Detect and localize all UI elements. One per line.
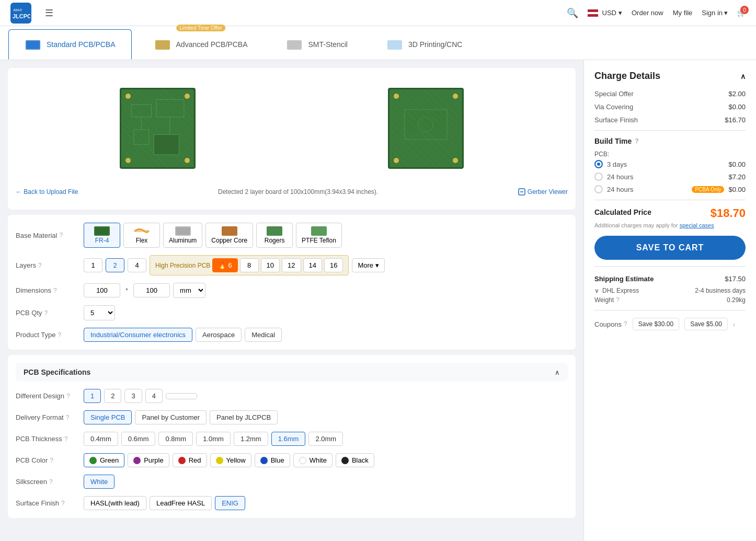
product-type-medical-btn[interactable]: Medical [245, 328, 282, 342]
surface-finish-help-icon[interactable]: ? [61, 500, 65, 507]
build-24h-radio[interactable] [594, 172, 603, 181]
layer-2-btn[interactable]: 2 [106, 258, 124, 272]
color-green-btn[interactable]: Green [84, 453, 124, 467]
weight-help-icon[interactable]: ? [616, 296, 620, 304]
special-offer-val: $2.00 [728, 90, 746, 98]
material-ptfe-btn[interactable]: PTFE Teflon [296, 223, 342, 248]
design-1-btn[interactable]: 1 [84, 389, 101, 403]
base-material-help-icon[interactable]: ? [59, 232, 63, 239]
layer-6-btn[interactable]: 🔥6 [212, 258, 237, 272]
pcb-color-help-icon[interactable]: ? [50, 457, 53, 464]
delivery-format-help-icon[interactable]: ? [66, 414, 70, 421]
build-24h-pcba-radio[interactable] [594, 185, 603, 193]
pcb-label: PCB: [594, 151, 746, 158]
design-4-btn[interactable]: 4 [145, 389, 163, 403]
color-yellow-btn[interactable]: Yellow [210, 453, 251, 467]
search-icon[interactable]: 🔍 [567, 7, 578, 19]
material-aluminum-btn[interactable]: Aluminum [163, 223, 202, 248]
dimension-height-input[interactable] [133, 283, 170, 297]
different-design-label: Different Design ? [16, 392, 84, 400]
coupons-label: Coupons ? [594, 320, 627, 328]
pcb-thickness-help-icon[interactable]: ? [64, 435, 68, 443]
cart-button[interactable]: 🛒 0 [737, 9, 746, 17]
layers-more-btn[interactable]: More ▾ [352, 258, 385, 272]
layer-16-btn[interactable]: 16 [324, 258, 343, 272]
layer-8-btn[interactable]: 8 [240, 258, 259, 272]
product-type-help-icon[interactable]: ? [58, 331, 61, 339]
layer-12-btn[interactable]: 12 [282, 258, 301, 272]
layer-10-btn[interactable]: 10 [261, 258, 280, 272]
order-now-link[interactable]: Order now [632, 9, 663, 17]
thickness-04-btn[interactable]: 0.4mm [84, 432, 118, 446]
surface-leadfree-btn[interactable]: LeadFree HASL [150, 496, 212, 510]
thickness-20-btn[interactable]: 2.0mm [308, 432, 343, 446]
sign-in-dropdown[interactable]: Sign in ▾ [702, 9, 728, 17]
thickness-06-btn[interactable]: 0.6mm [121, 432, 156, 446]
design-2-btn[interactable]: 2 [104, 389, 121, 403]
layer-4-btn[interactable]: 4 [128, 258, 146, 272]
dimensions-label: Dimensions ? [16, 286, 84, 294]
dimensions-help-icon[interactable]: ? [53, 287, 57, 294]
surface-hasl-btn[interactable]: HASL(with lead) [84, 496, 146, 510]
pcb-qty-select[interactable]: 5 10 15 20 25 30 50 100 [84, 305, 115, 320]
logo-icon: J@LC JLCPCB [10, 3, 31, 24]
tab-standard-pcb[interactable]: Standard PCB/PCBA [8, 29, 132, 60]
svg-rect-7 [387, 40, 402, 50]
back-to-upload-link[interactable]: ← Back to Upload File [16, 188, 78, 195]
layer-1-btn[interactable]: 1 [84, 258, 102, 272]
svg-rect-20 [134, 230, 150, 232]
material-copper-btn[interactable]: Copper Core [205, 223, 253, 248]
color-purple-btn[interactable]: Purple [128, 453, 169, 467]
material-rogers-btn[interactable]: Rogers [256, 223, 293, 248]
coupon1-btn[interactable]: Save $30.00 [633, 318, 679, 330]
currency-selector[interactable]: USD ▾ [588, 9, 622, 17]
gerber-viewer-link[interactable]: Gerber Viewer [518, 188, 568, 195]
color-white-btn[interactable]: White [293, 453, 333, 467]
different-design-help-icon[interactable]: ? [66, 393, 70, 400]
dimension-width-input[interactable] [84, 283, 120, 297]
coupons-help-icon[interactable]: ? [624, 320, 627, 328]
specs-header[interactable]: PCB Specifications ∧ [16, 363, 568, 382]
silkscreen-help-icon[interactable]: ? [49, 478, 53, 486]
tab-advanced-pcb[interactable]: Limited Time Offer Advanced PCB/PCBA [138, 29, 264, 60]
fr4-icon [94, 226, 110, 236]
calc-note-link[interactable]: special cases [680, 222, 714, 228]
build-3days-radio[interactable] [594, 160, 603, 168]
surface-enig-btn[interactable]: ENIG [215, 496, 245, 510]
thickness-16-btn[interactable]: 1.6mm [271, 432, 306, 446]
pcb-qty-help-icon[interactable]: ? [44, 309, 48, 317]
base-material-controls: FR-4 Flex Aluminum Copper Core [84, 223, 342, 248]
thickness-08-btn[interactable]: 0.8mm [158, 432, 193, 446]
product-type-text: Product Type [16, 331, 55, 339]
tab-3d-printing[interactable]: 3D Printing/CNC [370, 29, 478, 60]
material-fr4-btn[interactable]: FR-4 [84, 223, 120, 248]
color-black-btn[interactable]: Black [336, 453, 374, 467]
coupon2-btn[interactable]: Save $5.00 [684, 318, 728, 330]
layer-14-btn[interactable]: 14 [303, 258, 322, 272]
pcb-thickness-text: PCB Thickness [16, 435, 62, 443]
layers-help-icon[interactable]: ? [38, 262, 42, 269]
dhl-expand-icon[interactable]: ∨ [594, 287, 599, 294]
dimension-unit-select[interactable]: mm inch [173, 283, 205, 298]
hamburger-menu-icon[interactable]: ☰ [45, 7, 53, 19]
material-flex-btn[interactable]: Flex [123, 223, 160, 248]
tab-smt-stencil[interactable]: SMT-Stencil [270, 29, 363, 60]
product-type-industrial-btn[interactable]: Industrial/Consumer electronics [84, 328, 192, 342]
color-blue-btn[interactable]: Blue [255, 453, 290, 467]
design-3-btn[interactable]: 3 [124, 389, 142, 403]
design-custom-btn[interactable] [166, 393, 197, 399]
thickness-12-btn[interactable]: 1.2mm [234, 432, 268, 446]
color-red-btn[interactable]: Red [173, 453, 207, 467]
coupon-next-icon[interactable]: › [733, 320, 735, 328]
delivery-panel-customer-btn[interactable]: Panel by Customer [135, 410, 207, 424]
delivery-panel-jlcpcb-btn[interactable]: Panel by JLCPCB [210, 410, 278, 424]
product-type-aerospace-btn[interactable]: Aerospace [196, 328, 242, 342]
thickness-10-btn[interactable]: 1.0mm [196, 432, 231, 446]
save-to-cart-button[interactable]: SAVE TO CART [594, 236, 746, 260]
delivery-single-btn[interactable]: Single PCB [84, 410, 132, 424]
logo[interactable]: J@LC JLCPCB [10, 3, 35, 24]
my-file-link[interactable]: My file [673, 9, 693, 17]
pcb-back-view [388, 88, 464, 169]
silkscreen-white-btn[interactable]: White [84, 475, 114, 489]
build-time-help-icon[interactable]: ? [635, 137, 638, 145]
